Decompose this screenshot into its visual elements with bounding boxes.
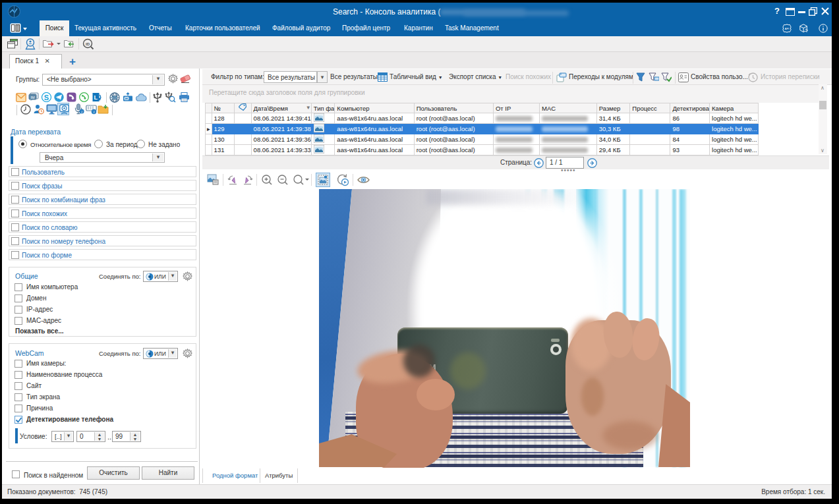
svg-text:FTP: FTP xyxy=(125,98,129,100)
svg-text:IM: IM xyxy=(30,96,35,99)
svg-text:ID: ID xyxy=(86,42,90,46)
svg-text:L: L xyxy=(94,94,98,101)
svg-text:HTTP: HTTP xyxy=(111,97,118,99)
svg-text:S: S xyxy=(44,94,49,101)
svg-text:AFI: AFI xyxy=(785,27,790,30)
